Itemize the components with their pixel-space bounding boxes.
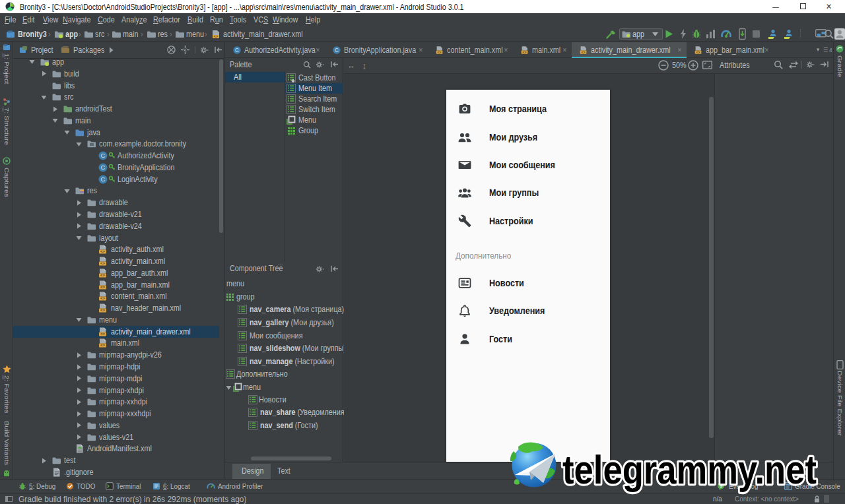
svg-text:<>: <> <box>696 50 700 54</box>
svg-text:telegrammy.net: telegrammy.net <box>562 447 817 492</box>
svg-text:C: C <box>335 47 339 53</box>
svg-text:<>: <> <box>100 332 106 336</box>
svg-text:<>: <> <box>522 50 526 54</box>
svg-text:<>: <> <box>100 308 106 312</box>
svg-text:C: C <box>101 164 106 171</box>
svg-text:C: C <box>235 47 239 53</box>
svg-text:<>: <> <box>100 249 106 253</box>
svg-text:<>: <> <box>214 34 218 38</box>
svg-text:<>: <> <box>100 296 106 300</box>
svg-text:<>: <> <box>100 343 106 347</box>
svg-text:<>: <> <box>437 50 441 54</box>
svg-text:C: C <box>101 175 106 183</box>
svg-text:<>: <> <box>100 273 106 277</box>
svg-text:<>: <> <box>581 50 585 54</box>
svg-text:<>: <> <box>100 261 106 265</box>
svg-text:<>: <> <box>100 285 106 289</box>
svg-text:C: C <box>101 152 106 159</box>
